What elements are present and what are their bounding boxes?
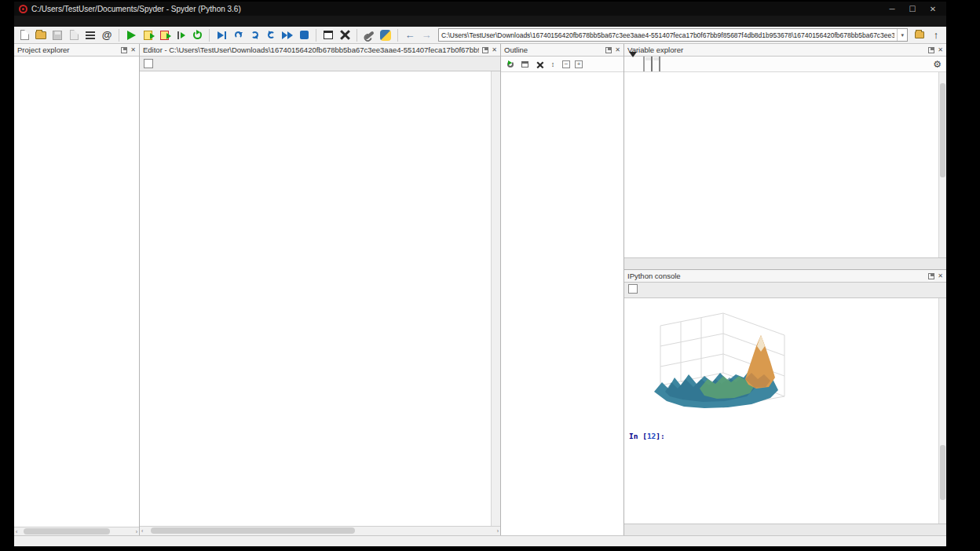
reset-namespace-icon[interactable] — [659, 57, 660, 71]
undock-icon[interactable] — [121, 47, 127, 53]
nav-forward-icon[interactable]: → — [419, 28, 433, 42]
save-data-as-icon[interactable] — [651, 57, 653, 71]
editor-panel: Editor - C:\Users\TestUser\Downloads\167… — [140, 44, 501, 535]
outline-panel: Outline ✕ ↕ − + — [501, 44, 624, 535]
variable-explorer-header: Variable explorer ✕ — [624, 44, 946, 57]
run-cell-advance-icon[interactable] — [157, 28, 171, 42]
new-file-icon[interactable] — [17, 28, 31, 42]
nav-back-icon[interactable]: ← — [403, 28, 417, 42]
fullscreen-icon[interactable] — [534, 60, 543, 69]
undock-icon[interactable] — [928, 273, 934, 279]
import-data-icon[interactable] — [629, 57, 637, 71]
browse-tabs-icon[interactable] — [144, 59, 153, 68]
maximize-pane-icon[interactable] — [321, 28, 335, 42]
open-file-icon[interactable] — [34, 28, 48, 42]
gear-icon[interactable]: ⚙ — [933, 59, 942, 70]
browse-directory-icon[interactable] — [912, 28, 927, 42]
chevron-down-icon[interactable]: ▾ — [897, 29, 907, 41]
fromcursor-icon[interactable] — [520, 60, 529, 69]
outline-title: Outline — [504, 46, 602, 54]
console-title: IPython console — [627, 272, 925, 280]
variable-table — [624, 72, 946, 257]
code-wrap — [140, 71, 500, 526]
step-over-icon[interactable] — [231, 28, 245, 42]
console-plots — [631, 304, 946, 428]
console-prompt[interactable]: In [12]: — [629, 431, 946, 441]
polar-plot — [807, 304, 946, 428]
project-hscrollbar[interactable]: ‹ › — [14, 527, 139, 535]
desktop: C:/Users/TestUser/Documents/Spyder - Spy… — [0, 0, 980, 551]
code-area[interactable] — [140, 71, 491, 526]
working-directory-combo[interactable]: ▾ — [438, 28, 908, 42]
file-switcher-icon[interactable] — [83, 28, 97, 42]
editor-scrollflag[interactable] — [491, 71, 500, 526]
undock-icon[interactable] — [928, 47, 934, 53]
menu-bar — [14, 16, 946, 27]
close-icon[interactable]: ✕ — [492, 46, 497, 53]
pythonpath-icon[interactable] — [378, 28, 393, 42]
close-icon[interactable]: ✕ — [130, 46, 136, 53]
right-pane-tabs — [624, 257, 946, 269]
window-title: C:/Users/TestUser/Documents/Spyder - Spy… — [31, 5, 882, 13]
save-data-icon[interactable] — [643, 57, 645, 71]
stop-debug-icon[interactable] — [297, 28, 311, 42]
right-column: Variable explorer ✕ ⚙ — [624, 44, 946, 535]
variable-explorer-title: Variable explorer — [627, 46, 925, 54]
status-bar — [14, 535, 946, 546]
project-tree — [14, 57, 139, 527]
browse-tabs-icon[interactable] — [628, 284, 638, 294]
preferences-wrench-icon[interactable] — [362, 28, 376, 42]
editor-hscrollbar[interactable]: ‹ › — [140, 526, 500, 535]
project-explorer-panel: Project explorer ✕ ‹ › — [14, 44, 140, 535]
console-body[interactable]: In [12]: — [624, 298, 946, 524]
symbol-finder-icon[interactable]: @ — [100, 28, 114, 42]
save-icon[interactable] — [50, 28, 64, 42]
step-into-icon[interactable] — [247, 28, 261, 42]
main-toolbar: @ ← → ▾ ↑ — [14, 27, 946, 44]
debug-icon[interactable] — [214, 28, 229, 42]
working-directory-input[interactable] — [439, 29, 897, 41]
project-explorer-header: Project explorer ✕ — [14, 44, 139, 57]
rerun-cell-icon[interactable] — [190, 28, 204, 42]
save-all-icon[interactable] — [67, 28, 81, 42]
run-cell-icon[interactable] — [141, 28, 155, 42]
variable-explorer-panel: Variable explorer ✕ ⚙ — [624, 44, 946, 270]
fullscreen-icon[interactable] — [338, 28, 352, 42]
project-explorer-title: Project explorer — [17, 46, 118, 54]
console-vscrollbar[interactable] — [938, 298, 946, 524]
spyder-logo-icon — [19, 5, 27, 13]
run-icon[interactable] — [124, 28, 138, 42]
expand-all-icon[interactable]: + — [575, 60, 583, 68]
variable-explorer-toolbar: ⚙ — [624, 57, 946, 72]
undock-icon[interactable] — [605, 47, 612, 53]
main-area: Project explorer ✕ ‹ › Editor - C:\Users… — [14, 44, 946, 535]
run-selection-icon[interactable] — [174, 28, 188, 42]
surface-plot — [631, 304, 807, 428]
editor-tab-bar — [140, 57, 500, 71]
maximize-button[interactable]: ☐ — [902, 5, 923, 13]
ipython-console-panel: IPython console ✕ — [624, 270, 946, 535]
freeze-icon[interactable] — [506, 60, 515, 69]
close-icon[interactable]: ✕ — [938, 272, 943, 279]
follow-cursor-icon[interactable]: ↕ — [548, 60, 558, 69]
editor-title: Editor - C:\Users\TestUser\Downloads\167… — [143, 46, 479, 54]
close-icon[interactable]: ✕ — [938, 46, 943, 53]
debug-continue-icon[interactable] — [280, 28, 294, 42]
close-icon[interactable]: ✕ — [615, 46, 620, 53]
close-button[interactable]: ✕ — [923, 5, 943, 13]
collapse-all-icon[interactable]: − — [562, 60, 570, 68]
title-bar: C:/Users/TestUser/Documents/Spyder - Spy… — [14, 2, 946, 16]
console-tab-bar — [624, 283, 946, 298]
step-return-icon[interactable] — [264, 28, 278, 42]
variable-vscrollbar[interactable] — [938, 72, 946, 257]
spyder-window: C:/Users/TestUser/Documents/Spyder - Spy… — [14, 2, 946, 546]
outline-header: Outline ✕ — [501, 44, 623, 57]
console-header: IPython console ✕ — [624, 270, 946, 283]
outline-tree — [501, 72, 623, 535]
undock-icon[interactable] — [482, 47, 488, 53]
editor-header: Editor - C:\Users\TestUser\Downloads\167… — [140, 44, 500, 57]
outline-toolbar: ↕ − + — [501, 57, 623, 72]
parent-directory-icon[interactable]: ↑ — [929, 28, 943, 42]
console-bottom-tabs — [624, 524, 946, 535]
minimize-button[interactable]: ─ — [882, 5, 902, 13]
